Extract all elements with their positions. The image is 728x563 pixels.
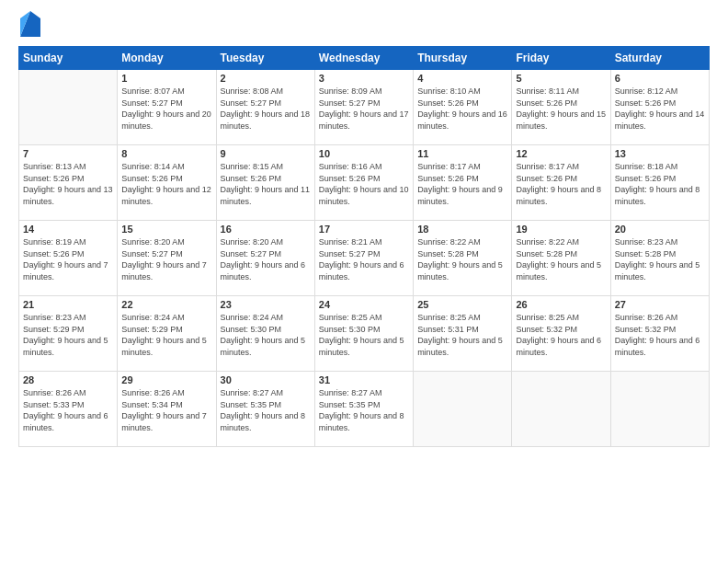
calendar-cell	[512, 372, 610, 447]
calendar-header: SundayMondayTuesdayWednesdayThursdayFrid…	[19, 47, 710, 70]
day-info: Sunrise: 8:26 AMSunset: 5:34 PMDaylight:…	[121, 387, 211, 433]
day-number: 6	[615, 73, 705, 84]
day-number: 9	[221, 148, 311, 159]
day-info: Sunrise: 8:14 AMSunset: 5:26 PMDaylight:…	[121, 161, 211, 207]
day-number: 2	[221, 73, 311, 84]
day-number: 4	[417, 73, 507, 84]
day-number: 15	[121, 224, 211, 235]
day-info: Sunrise: 8:25 AMSunset: 5:30 PMDaylight:…	[319, 312, 409, 358]
calendar-cell: 14Sunrise: 8:19 AMSunset: 5:26 PMDayligh…	[19, 221, 118, 296]
weekday-header-thursday: Thursday	[414, 47, 512, 70]
day-info: Sunrise: 8:12 AMSunset: 5:26 PMDaylight:…	[615, 86, 705, 132]
day-info: Sunrise: 8:17 AMSunset: 5:26 PMDaylight:…	[417, 161, 507, 207]
calendar-cell: 16Sunrise: 8:20 AMSunset: 5:27 PMDayligh…	[216, 221, 314, 296]
day-number: 28	[23, 374, 113, 385]
day-info: Sunrise: 8:09 AMSunset: 5:27 PMDaylight:…	[319, 86, 409, 132]
day-number: 22	[121, 299, 211, 310]
weekday-header-wednesday: Wednesday	[314, 47, 413, 70]
weekday-header-tuesday: Tuesday	[216, 47, 314, 70]
day-info: Sunrise: 8:23 AMSunset: 5:29 PMDaylight:…	[23, 312, 113, 358]
calendar-cell: 2Sunrise: 8:08 AMSunset: 5:27 PMDaylight…	[216, 70, 314, 145]
day-number: 26	[516, 299, 606, 310]
day-info: Sunrise: 8:27 AMSunset: 5:35 PMDaylight:…	[319, 387, 409, 433]
day-number: 1	[121, 73, 211, 84]
day-info: Sunrise: 8:22 AMSunset: 5:28 PMDaylight:…	[417, 236, 507, 282]
calendar-cell: 21Sunrise: 8:23 AMSunset: 5:29 PMDayligh…	[19, 296, 118, 372]
calendar-cell: 7Sunrise: 8:13 AMSunset: 5:26 PMDaylight…	[19, 145, 118, 221]
day-number: 10	[319, 148, 409, 159]
day-info: Sunrise: 8:13 AMSunset: 5:26 PMDaylight:…	[23, 161, 113, 207]
calendar-cell: 9Sunrise: 8:15 AMSunset: 5:26 PMDaylight…	[216, 145, 314, 221]
calendar-cell: 24Sunrise: 8:25 AMSunset: 5:30 PMDayligh…	[314, 296, 413, 372]
day-number: 11	[417, 148, 507, 159]
day-info: Sunrise: 8:27 AMSunset: 5:35 PMDaylight:…	[221, 387, 311, 433]
day-info: Sunrise: 8:25 AMSunset: 5:31 PMDaylight:…	[417, 312, 507, 358]
day-number: 5	[516, 73, 606, 84]
calendar: SundayMondayTuesdayWednesdayThursdayFrid…	[18, 46, 710, 447]
calendar-cell: 17Sunrise: 8:21 AMSunset: 5:27 PMDayligh…	[314, 221, 413, 296]
calendar-cell: 28Sunrise: 8:26 AMSunset: 5:33 PMDayligh…	[19, 372, 118, 447]
calendar-cell: 18Sunrise: 8:22 AMSunset: 5:28 PMDayligh…	[414, 221, 512, 296]
calendar-cell: 1Sunrise: 8:07 AMSunset: 5:27 PMDaylight…	[118, 70, 216, 145]
calendar-cell: 31Sunrise: 8:27 AMSunset: 5:35 PMDayligh…	[314, 372, 413, 447]
day-info: Sunrise: 8:11 AMSunset: 5:26 PMDaylight:…	[516, 86, 606, 132]
day-number: 13	[615, 148, 705, 159]
calendar-cell: 25Sunrise: 8:25 AMSunset: 5:31 PMDayligh…	[414, 296, 512, 372]
day-info: Sunrise: 8:22 AMSunset: 5:28 PMDaylight:…	[516, 236, 606, 282]
calendar-cell: 19Sunrise: 8:22 AMSunset: 5:28 PMDayligh…	[512, 221, 610, 296]
day-number: 23	[221, 299, 311, 310]
day-number: 18	[417, 224, 507, 235]
day-info: Sunrise: 8:26 AMSunset: 5:32 PMDaylight:…	[615, 312, 705, 358]
weekday-row: SundayMondayTuesdayWednesdayThursdayFrid…	[19, 47, 710, 70]
calendar-week-5: 28Sunrise: 8:26 AMSunset: 5:33 PMDayligh…	[19, 372, 710, 447]
calendar-cell: 20Sunrise: 8:23 AMSunset: 5:28 PMDayligh…	[610, 221, 709, 296]
day-number: 19	[516, 224, 606, 235]
calendar-cell: 26Sunrise: 8:25 AMSunset: 5:32 PMDayligh…	[512, 296, 610, 372]
weekday-header-monday: Monday	[118, 47, 216, 70]
calendar-cell: 8Sunrise: 8:14 AMSunset: 5:26 PMDaylight…	[118, 145, 216, 221]
calendar-cell: 29Sunrise: 8:26 AMSunset: 5:34 PMDayligh…	[118, 372, 216, 447]
day-info: Sunrise: 8:26 AMSunset: 5:33 PMDaylight:…	[23, 387, 113, 433]
day-info: Sunrise: 8:25 AMSunset: 5:32 PMDaylight:…	[516, 312, 606, 358]
day-number: 8	[121, 148, 211, 159]
day-info: Sunrise: 8:20 AMSunset: 5:27 PMDaylight:…	[221, 236, 311, 282]
calendar-week-1: 1Sunrise: 8:07 AMSunset: 5:27 PMDaylight…	[19, 70, 710, 145]
day-info: Sunrise: 8:20 AMSunset: 5:27 PMDaylight:…	[121, 236, 211, 282]
day-info: Sunrise: 8:08 AMSunset: 5:27 PMDaylight:…	[221, 86, 311, 132]
day-info: Sunrise: 8:24 AMSunset: 5:29 PMDaylight:…	[121, 312, 211, 358]
day-number: 17	[319, 224, 409, 235]
weekday-header-friday: Friday	[512, 47, 610, 70]
day-number: 27	[615, 299, 705, 310]
day-number: 30	[221, 374, 311, 385]
weekday-header-sunday: Sunday	[19, 47, 118, 70]
day-number: 21	[23, 299, 113, 310]
day-number: 25	[417, 299, 507, 310]
day-info: Sunrise: 8:18 AMSunset: 5:26 PMDaylight:…	[615, 161, 705, 207]
calendar-cell: 23Sunrise: 8:24 AMSunset: 5:30 PMDayligh…	[216, 296, 314, 372]
calendar-cell	[19, 70, 118, 145]
day-info: Sunrise: 8:17 AMSunset: 5:26 PMDaylight:…	[516, 161, 606, 207]
calendar-cell: 27Sunrise: 8:26 AMSunset: 5:32 PMDayligh…	[610, 296, 709, 372]
calendar-cell: 4Sunrise: 8:10 AMSunset: 5:26 PMDaylight…	[414, 70, 512, 145]
header	[18, 15, 710, 37]
day-info: Sunrise: 8:07 AMSunset: 5:27 PMDaylight:…	[121, 86, 211, 132]
day-number: 14	[23, 224, 113, 235]
day-number: 16	[221, 224, 311, 235]
calendar-week-2: 7Sunrise: 8:13 AMSunset: 5:26 PMDaylight…	[19, 145, 710, 221]
day-info: Sunrise: 8:19 AMSunset: 5:26 PMDaylight:…	[23, 236, 113, 282]
day-number: 29	[121, 374, 211, 385]
logo	[18, 15, 40, 37]
day-info: Sunrise: 8:23 AMSunset: 5:28 PMDaylight:…	[615, 236, 705, 282]
day-info: Sunrise: 8:16 AMSunset: 5:26 PMDaylight:…	[319, 161, 409, 207]
weekday-header-saturday: Saturday	[610, 47, 709, 70]
day-info: Sunrise: 8:21 AMSunset: 5:27 PMDaylight:…	[319, 236, 409, 282]
calendar-cell: 22Sunrise: 8:24 AMSunset: 5:29 PMDayligh…	[118, 296, 216, 372]
day-number: 3	[319, 73, 409, 84]
calendar-cell: 3Sunrise: 8:09 AMSunset: 5:27 PMDaylight…	[314, 70, 413, 145]
calendar-cell: 11Sunrise: 8:17 AMSunset: 5:26 PMDayligh…	[414, 145, 512, 221]
logo-icon	[20, 11, 40, 37]
calendar-cell: 13Sunrise: 8:18 AMSunset: 5:26 PMDayligh…	[610, 145, 709, 221]
calendar-body: 1Sunrise: 8:07 AMSunset: 5:27 PMDaylight…	[19, 70, 710, 447]
day-info: Sunrise: 8:10 AMSunset: 5:26 PMDaylight:…	[417, 86, 507, 132]
day-number: 20	[615, 224, 705, 235]
